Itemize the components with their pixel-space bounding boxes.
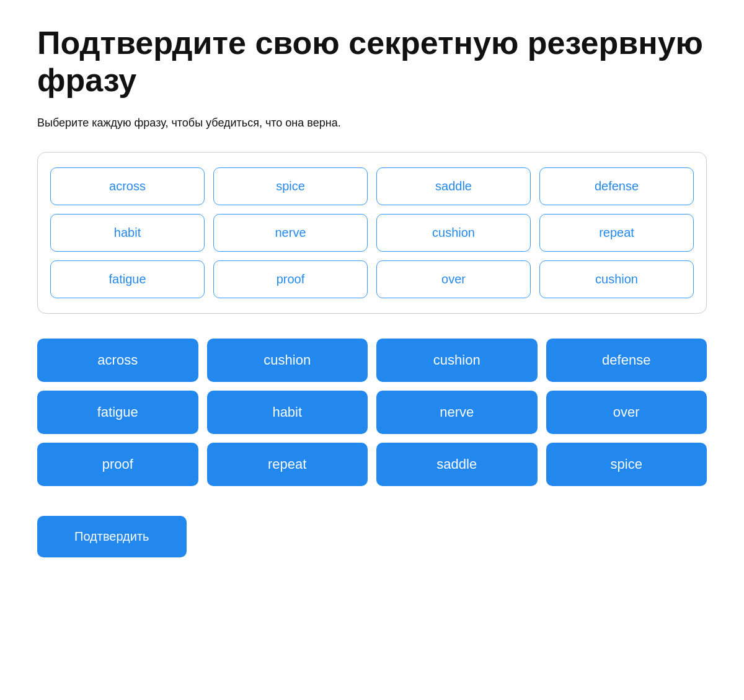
selected-word-chip[interactable]: over (376, 260, 531, 298)
source-word-chip[interactable]: defense (546, 339, 707, 382)
selected-word-chip[interactable]: cushion (376, 214, 531, 252)
source-word-chip[interactable]: proof (37, 443, 198, 486)
page-title: Подтвердите свою секретную резервную фра… (37, 25, 707, 99)
selected-word-chip[interactable]: proof (213, 260, 368, 298)
selected-word-grid: acrossspicesaddledefensehabitnervecushio… (50, 167, 694, 298)
page-subtitle: Выберите каждую фразу, чтобы убедиться, … (37, 117, 707, 130)
source-word-chip[interactable]: over (546, 391, 707, 434)
selected-word-chip[interactable]: fatigue (50, 260, 205, 298)
selected-word-chip[interactable]: saddle (376, 167, 531, 205)
selected-word-chip[interactable]: nerve (213, 214, 368, 252)
source-word-chip[interactable]: cushion (207, 339, 368, 382)
selected-word-chip[interactable]: repeat (539, 214, 694, 252)
confirm-button[interactable]: Подтвердить (37, 516, 187, 557)
selected-word-chip[interactable]: defense (539, 167, 694, 205)
source-word-chip[interactable]: fatigue (37, 391, 198, 434)
source-word-chip[interactable]: nerve (376, 391, 538, 434)
source-word-chip[interactable]: spice (546, 443, 707, 486)
selected-word-chip[interactable]: cushion (539, 260, 694, 298)
source-word-chip[interactable]: repeat (207, 443, 368, 486)
source-word-chip[interactable]: habit (207, 391, 368, 434)
source-word-grid: acrosscushioncushiondefensefatiguehabitn… (37, 339, 707, 486)
selected-word-chip[interactable]: spice (213, 167, 368, 205)
selected-word-chip[interactable]: across (50, 167, 205, 205)
source-word-chip[interactable]: saddle (376, 443, 538, 486)
selected-word-chip[interactable]: habit (50, 214, 205, 252)
source-word-chip[interactable]: cushion (376, 339, 538, 382)
selection-area: acrossspicesaddledefensehabitnervecushio… (37, 152, 707, 314)
source-word-chip[interactable]: across (37, 339, 198, 382)
